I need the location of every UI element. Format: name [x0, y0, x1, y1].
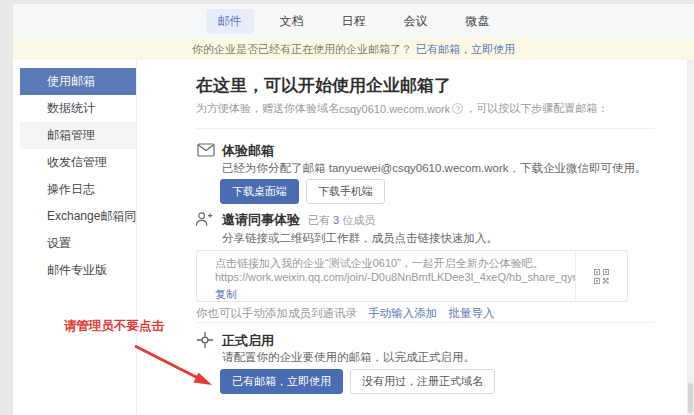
register-domain-button[interactable]: 没有用过，注册正式域名 — [350, 369, 495, 394]
batch-import-link[interactable]: 批量导入 — [448, 307, 494, 319]
sidebar-item-mailbox-management[interactable]: 邮箱管理 — [20, 122, 136, 149]
info-icon[interactable]: ? — [452, 103, 463, 114]
invite-title-text: 邀请同事体验 — [222, 212, 300, 227]
nav-tab-mail[interactable]: 邮件 — [206, 9, 254, 34]
qr-code-button[interactable] — [575, 251, 627, 301]
wecom-mail-admin-page: 邮件 文档 日程 会议 微盘 你的企业是否已经有正在使用的企业邮箱了？ 已有邮箱… — [0, 0, 694, 415]
section-divider-top — [196, 128, 655, 129]
activate-section-desc: 请配置你的企业要使用的邮箱，以完成正式启用。 — [222, 350, 475, 365]
add-person-icon — [195, 210, 213, 228]
trial-section-title: 体验邮箱 — [222, 142, 274, 160]
nav-tab-meeting[interactable]: 会议 — [392, 9, 440, 34]
share-url: https://work.weixin.qq.com/join/-D0u8NnB… — [215, 271, 575, 285]
share-link-box: 点击链接加入我的企业“测试企业0610”，一起开启全新办公体验吧。 https:… — [196, 250, 628, 302]
activate-section-title: 正式启用 — [222, 332, 274, 350]
qr-code-icon — [594, 269, 609, 284]
page-title: 在这里，可以开始使用企业邮箱了 — [196, 74, 451, 97]
nav-tab-drive[interactable]: 微盘 — [454, 9, 502, 34]
manual-input-add-link[interactable]: 手动输入添加 — [368, 307, 437, 319]
sidebar-item-send-receive[interactable]: 收发信管理 — [20, 149, 136, 176]
envelope-icon — [197, 141, 215, 159]
admin-warning-annotation: 请管理员不要点击 — [64, 318, 164, 335]
download-desktop-button[interactable]: 下载桌面端 — [220, 179, 299, 204]
manual-add-line: 你也可以手动添加成员到通讯录 手动输入添加 批量导入 — [196, 306, 494, 321]
red-arrow-icon — [130, 342, 222, 394]
members-suffix: 位成员 — [339, 214, 375, 226]
sidebar-item-mail-pro[interactable]: 邮件专业版 — [20, 257, 136, 284]
page-subtitle: 为方便体验，赠送你体验域名 csqy0610.wecom.work ? ，可以按… — [196, 101, 608, 116]
subtitle-prefix: 为方便体验，赠送你体验域名 — [196, 101, 339, 116]
copy-link-button[interactable]: 复制 — [215, 288, 237, 301]
invite-section-desc: 分享链接或二维码到工作群，成员点击链接快速加入。 — [222, 231, 498, 246]
nav-tab-calendar[interactable]: 日程 — [330, 9, 378, 34]
left-edge-strip — [0, 0, 13, 415]
sidebar-item-data-stats[interactable]: 数据统计 — [20, 95, 136, 122]
top-nav: 邮件 文档 日程 会议 微盘 — [13, 4, 694, 38]
download-mobile-button[interactable]: 下载手机端 — [306, 179, 385, 204]
manual-add-text: 你也可以手动添加成员到通讯录 — [196, 307, 357, 319]
sidebar-item-use-mailbox[interactable]: 使用邮箱 — [20, 68, 136, 95]
scrollbar-thumb[interactable] — [688, 383, 693, 413]
member-count-text: 已有 3 位成员 — [308, 214, 375, 226]
sidebar-item-operation-log[interactable]: 操作日志 — [20, 176, 136, 203]
section-divider-bottom — [196, 322, 655, 323]
share-text: 点击链接加入我的企业“测试企业0610”，一起开启全新办公体验吧。 — [215, 257, 575, 271]
sidebar-item-settings[interactable]: 设置 — [20, 230, 136, 257]
subtitle-suffix: ，可以按以下步骤配置邮箱： — [465, 101, 608, 116]
invite-section-title: 邀请同事体验已有 3 位成员 — [222, 211, 375, 229]
nav-tab-docs[interactable]: 文档 — [268, 9, 316, 34]
trial-domain: csqy0610.wecom.work — [339, 103, 450, 115]
notice-banner: 你的企业是否已经有正在使用的企业邮箱了？ 已有邮箱，立即使用 — [13, 38, 694, 60]
sidebar-item-exchange-sync[interactable]: Exchange邮箱同步 — [20, 203, 136, 230]
members-prefix: 已有 — [308, 214, 333, 226]
banner-use-existing-link[interactable]: 已有邮箱，立即使用 — [416, 42, 515, 57]
scrollbar-track[interactable] — [687, 60, 694, 415]
have-mailbox-use-now-button[interactable]: 已有邮箱，立即使用 — [220, 369, 343, 394]
trial-section-desc: 已经为你分配了邮箱 tanyuewei@csqy0610.wecom.work，… — [222, 161, 646, 176]
banner-question: 你的企业是否已经有正在使用的企业邮箱了？ — [192, 42, 412, 57]
sidebar: 使用邮箱 数据统计 邮箱管理 收发信管理 操作日志 Exchange邮箱同步 设… — [13, 60, 137, 415]
share-link-content: 点击链接加入我的企业“测试企业0610”，一起开启全新办公体验吧。 https:… — [197, 251, 575, 301]
